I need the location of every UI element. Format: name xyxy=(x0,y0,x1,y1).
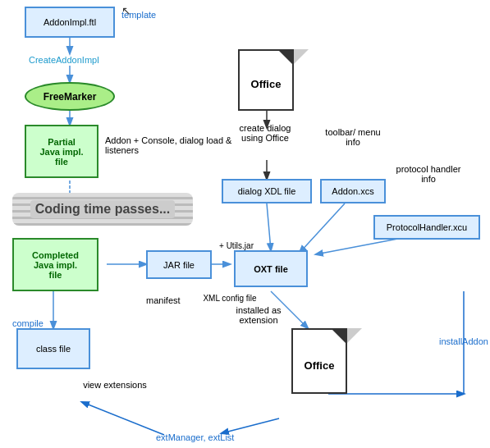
view-extensions-label: view extensions xyxy=(82,380,148,390)
addon-xcs-label: Addon.xcs xyxy=(332,186,373,196)
svg-line-9 xyxy=(300,203,345,253)
office-doc-bottom-corner xyxy=(347,328,362,343)
completed-java-box: Completed Java impl. file xyxy=(12,238,98,291)
addon-xcs-box: Addon.xcs xyxy=(320,179,386,203)
coding-banner: Coding time passes... xyxy=(12,193,193,226)
manifest-label: manifest xyxy=(146,295,181,305)
partial-java-box: Partial Java impl. file xyxy=(25,125,98,178)
oxt-file-label: OXT file xyxy=(254,264,288,274)
protocol-handler-info-label: protocol handler info xyxy=(396,164,461,184)
office-doc-top-corner xyxy=(294,49,309,64)
dialog-xdl-box: dialog XDL file xyxy=(222,179,312,203)
diagram: AddonImpl.ftl template ↖ CreateAddonImpl… xyxy=(0,0,490,448)
installed-as-label: installed as extension xyxy=(222,305,295,325)
jar-file-label: JAR file xyxy=(163,260,195,270)
svg-line-8 xyxy=(267,203,271,250)
create-dialog-label: create dialog using Office xyxy=(228,123,302,143)
office-bottom-label: Office xyxy=(305,359,335,372)
completed-java-label: Completed Java impl. file xyxy=(32,250,79,280)
create-addon-impl-label: CreateAddonImpl xyxy=(29,55,99,65)
compile-label: compile xyxy=(12,318,44,328)
install-addon-label: installAddon xyxy=(439,336,488,346)
svg-line-14 xyxy=(82,402,164,435)
toolbar-menu-label: toolbar/ menu info xyxy=(320,127,386,147)
svg-line-10 xyxy=(316,238,402,254)
class-file-label: class file xyxy=(36,344,71,354)
xml-config-label: XML config file xyxy=(193,294,267,303)
class-file-box: class file xyxy=(16,328,90,369)
coding-time-label: Coding time passes... xyxy=(30,200,175,218)
oxt-file-box: OXT file xyxy=(234,250,308,287)
cursor-icon: ↖ xyxy=(121,4,131,17)
partial-java-label: Partial Java impl. file xyxy=(39,137,83,167)
dialog-xdl-label: dialog XDL file xyxy=(238,186,296,196)
addon-console-label: Addon + Console, dialog load & listeners xyxy=(105,135,236,155)
addon-impl-label: AddonImpl.ftl xyxy=(44,17,96,27)
office-doc-bottom: Office xyxy=(291,328,347,394)
protocol-handler-xcu-label: ProtocolHandler.xcu xyxy=(387,222,467,232)
office-top-label: Office xyxy=(251,78,282,90)
ext-manager-label: extManager, extList xyxy=(156,432,234,442)
freemarker-ellipse: FreeMarker xyxy=(25,82,115,111)
office-doc-top: Office xyxy=(238,49,294,111)
svg-line-13 xyxy=(222,418,279,433)
addon-impl-box: AddonImpl.ftl xyxy=(25,7,115,38)
jar-file-box: JAR file xyxy=(146,250,212,279)
protocol-handler-xcu-box: ProtocolHandler.xcu xyxy=(373,215,480,240)
utils-jar-label: + Utils.jar xyxy=(212,241,261,250)
freemarker-label: FreeMarker xyxy=(44,91,97,103)
